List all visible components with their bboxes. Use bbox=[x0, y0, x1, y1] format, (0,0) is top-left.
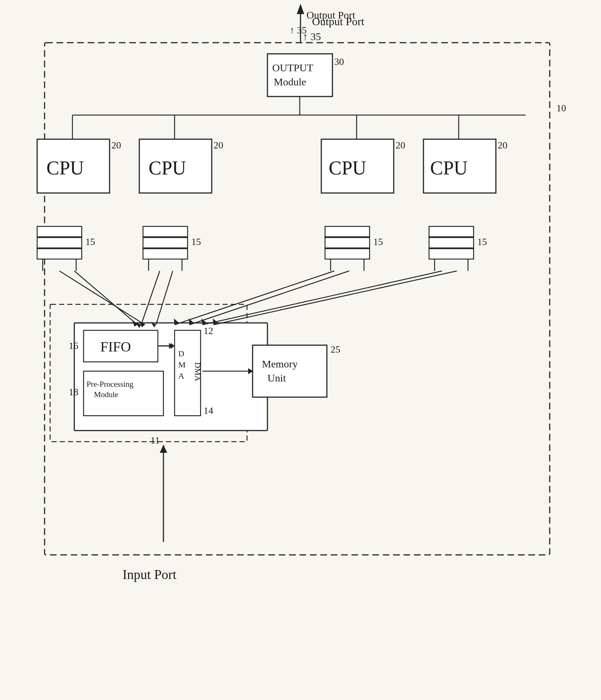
queue4-num: 15 bbox=[477, 236, 487, 247]
input-port-label: Input Port bbox=[123, 567, 176, 582]
fifo-num: 16 bbox=[69, 340, 78, 351]
svg-rect-28 bbox=[325, 249, 370, 259]
queue2-num: 15 bbox=[191, 236, 201, 247]
svg-rect-31 bbox=[429, 226, 474, 237]
svg-text:M: M bbox=[178, 360, 186, 369]
preprocessing-num: 18 bbox=[69, 387, 78, 398]
output-module-num: 30 bbox=[334, 56, 344, 67]
svg-text:D: D bbox=[178, 349, 184, 358]
queue1-num: 15 bbox=[85, 236, 95, 247]
svg-rect-23 bbox=[143, 249, 188, 259]
svg-rect-17 bbox=[37, 238, 82, 248]
output-port-text: Output Port bbox=[312, 15, 365, 27]
dma-num-top: 12 bbox=[204, 326, 213, 336]
fifo-label: FIFO bbox=[100, 339, 131, 354]
output-module-label: OUTPUT bbox=[272, 62, 313, 73]
memory-num: 25 bbox=[331, 344, 340, 355]
cpu4-num: 20 bbox=[498, 140, 507, 151]
input-port-num: 11 bbox=[150, 435, 160, 446]
svg-rect-33 bbox=[429, 249, 474, 259]
svg-rect-32 bbox=[429, 238, 474, 248]
svg-rect-4 bbox=[267, 54, 332, 97]
cpu3-label: CPU bbox=[329, 157, 366, 179]
cpu2-num: 20 bbox=[214, 140, 223, 151]
cpu2-label: CPU bbox=[149, 157, 186, 179]
cpu1-label: CPU bbox=[46, 157, 84, 179]
dma-label: DMA bbox=[193, 362, 202, 381]
diagram-canvas: text { font-family: 'Segoe Print', 'Comi… bbox=[0, 0, 601, 700]
svg-text:Unit: Unit bbox=[267, 372, 286, 384]
preprocessing-label: Pre-Processing bbox=[87, 380, 133, 389]
memory-label: Memory bbox=[262, 358, 298, 370]
svg-text:↑ 35: ↑ 35 bbox=[303, 31, 321, 42]
svg-rect-16 bbox=[37, 226, 82, 237]
svg-rect-22 bbox=[143, 238, 188, 248]
dma-num-bot: 14 bbox=[204, 405, 213, 416]
svg-rect-18 bbox=[37, 249, 82, 259]
svg-rect-26 bbox=[325, 226, 370, 237]
svg-rect-27 bbox=[325, 238, 370, 248]
cpu1-num: 20 bbox=[111, 140, 121, 151]
svg-rect-21 bbox=[143, 226, 188, 237]
svg-text:Module: Module bbox=[94, 390, 118, 399]
system-num-label: 10 bbox=[556, 103, 566, 114]
svg-text:Module: Module bbox=[274, 76, 306, 88]
cpu4-label: CPU bbox=[430, 157, 468, 179]
cpu3-num: 20 bbox=[396, 140, 405, 151]
svg-text:A: A bbox=[178, 371, 184, 380]
queue3-num: 15 bbox=[373, 236, 383, 247]
svg-rect-50 bbox=[253, 345, 327, 397]
